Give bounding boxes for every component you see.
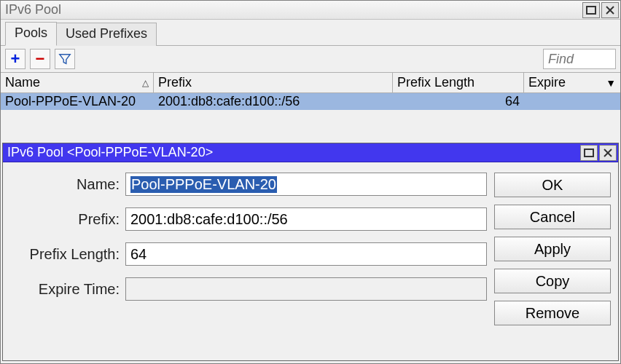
- prefix-label: Prefix:: [10, 211, 120, 228]
- main-window-title: IPv6 Pool: [5, 2, 582, 17]
- detail-body: Name: Pool-PPPoE-VLAN-20 Prefix: Prefix …: [3, 162, 618, 336]
- cell-prefix-length: 64: [393, 93, 524, 110]
- tab-bar: Pools Used Prefixes: [1, 20, 620, 46]
- svg-rect-0: [587, 7, 595, 14]
- sort-asc-icon: △: [142, 78, 149, 88]
- detail-close-button[interactable]: [599, 145, 617, 161]
- close-icon: [604, 149, 612, 157]
- name-label: Name:: [10, 176, 120, 193]
- find-input[interactable]: [543, 49, 616, 69]
- detail-titlebar[interactable]: IPv6 Pool <Pool-PPPoE-VLAN-20>: [3, 143, 618, 162]
- dropdown-icon: ▼: [606, 77, 616, 89]
- maximize-icon: [586, 6, 596, 15]
- apply-button[interactable]: Apply: [494, 237, 611, 261]
- table-row[interactable]: Pool-PPPoE-VLAN-20 2001:db8:cafe:d100::/…: [1, 93, 620, 110]
- detail-buttons: OK Cancel Apply Copy Remove: [494, 173, 611, 325]
- filter-button[interactable]: [55, 49, 75, 69]
- cell-name: Pool-PPPoE-VLAN-20: [1, 93, 154, 110]
- maximize-icon: [584, 149, 594, 157]
- expire-time-field[interactable]: [125, 277, 487, 301]
- close-icon: [606, 6, 614, 15]
- add-button[interactable]: +: [5, 49, 26, 69]
- ok-button[interactable]: OK: [494, 173, 611, 197]
- minus-icon: −: [36, 50, 45, 68]
- column-header-prefix[interactable]: Prefix: [154, 73, 393, 92]
- detail-form: Name: Pool-PPPoE-VLAN-20 Prefix: Prefix …: [10, 173, 487, 325]
- tab-used-prefixes[interactable]: Used Prefixes: [56, 23, 157, 46]
- cancel-button[interactable]: Cancel: [494, 205, 611, 229]
- main-maximize-button[interactable]: [582, 2, 600, 18]
- remove-button-detail[interactable]: Remove: [494, 301, 611, 325]
- expire-time-label: Expire Time:: [10, 281, 120, 298]
- prefix-length-field[interactable]: [125, 242, 487, 266]
- detail-window-title: IPv6 Pool <Pool-PPPoE-VLAN-20>: [7, 145, 580, 160]
- main-close-button[interactable]: [601, 2, 619, 18]
- toolbar: + −: [1, 46, 620, 72]
- prefix-field[interactable]: [125, 207, 487, 231]
- cell-prefix: 2001:db8:cafe:d100::/56: [154, 93, 393, 110]
- copy-button[interactable]: Copy: [494, 269, 611, 293]
- prefix-length-label: Prefix Length:: [10, 246, 120, 263]
- column-header-name[interactable]: Name △: [1, 73, 154, 92]
- pool-detail-window: IPv6 Pool <Pool-PPPoE-VLAN-20> Name: Poo…: [2, 143, 619, 361]
- svg-rect-3: [585, 149, 593, 157]
- name-field[interactable]: Pool-PPPoE-VLAN-20: [125, 173, 487, 196]
- column-header-prefix-length[interactable]: Prefix Length: [393, 73, 524, 92]
- table-header: Name △ Prefix Prefix Length Expire ▼: [1, 72, 620, 93]
- detail-maximize-button[interactable]: [580, 145, 598, 161]
- tab-pools[interactable]: Pools: [5, 22, 57, 46]
- name-field-value: Pool-PPPoE-VLAN-20: [130, 176, 277, 193]
- plus-icon: +: [11, 50, 20, 68]
- column-header-expire[interactable]: Expire ▼: [524, 73, 620, 92]
- remove-button[interactable]: −: [30, 49, 50, 69]
- main-titlebar[interactable]: IPv6 Pool: [1, 1, 620, 20]
- filter-icon: [58, 52, 71, 66]
- cell-expire: [524, 93, 620, 110]
